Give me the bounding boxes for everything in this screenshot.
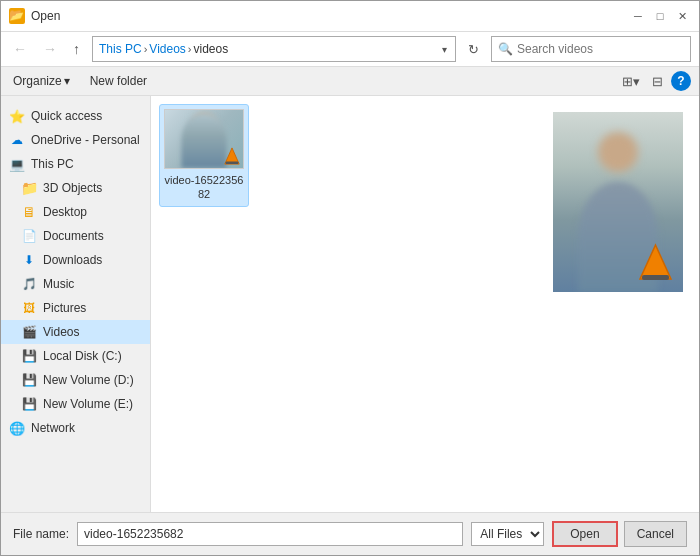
search-input[interactable] [517, 42, 684, 56]
sidebar-item-network[interactable]: 🌐 Network [1, 416, 150, 440]
star-icon: ⭐ [9, 108, 25, 124]
window-icon: 📂 [9, 8, 25, 24]
preview-area [553, 112, 683, 292]
minimize-button[interactable]: ─ [629, 7, 647, 25]
close-button[interactable]: ✕ [673, 7, 691, 25]
bottom-buttons: Open Cancel [552, 521, 687, 547]
bottom-bar: File name: All Files Open Cancel [1, 512, 699, 555]
window-title: Open [31, 9, 60, 23]
sidebar-label-3d-objects: 3D Objects [43, 181, 102, 195]
filename-label: File name: [13, 527, 69, 541]
cancel-button[interactable]: Cancel [624, 521, 687, 547]
sidebar-item-desktop[interactable]: 🖥 Desktop [1, 200, 150, 224]
address-sep-2: › [188, 43, 192, 55]
folder-icon-desktop: 🖥 [21, 204, 37, 220]
view-arrow: ▾ [633, 74, 640, 89]
sidebar-label-downloads: Downloads [43, 253, 102, 267]
sidebar-label-desktop: Desktop [43, 205, 87, 219]
pane-button[interactable]: ⊟ [648, 72, 667, 91]
organize-label: Organize [13, 74, 62, 88]
filetype-dropdown[interactable]: All Files [471, 522, 544, 546]
address-dropdown-button[interactable]: ▾ [440, 44, 449, 55]
search-icon: 🔍 [498, 42, 513, 56]
sidebar-item-3d-objects[interactable]: 📁 3D Objects [1, 176, 150, 200]
back-button[interactable]: ← [9, 39, 31, 59]
cloud-icon: ☁ [9, 132, 25, 148]
sidebar-label-local-disk-c: Local Disk (C:) [43, 349, 122, 363]
preview-figure-head [598, 132, 638, 172]
view-button[interactable]: ⊞ ▾ [618, 72, 644, 91]
svg-rect-1 [226, 161, 239, 164]
video-folder-icon: 🎬 [21, 324, 37, 340]
sidebar-label-music: Music [43, 277, 74, 291]
drive-icon-c: 💾 [21, 348, 37, 364]
sidebar-label-pictures: Pictures [43, 301, 86, 315]
svg-rect-3 [642, 275, 669, 280]
sidebar-item-pictures[interactable]: 🖼 Pictures [1, 296, 150, 320]
folder-icon-3dobjects: 📁 [21, 180, 37, 196]
address-sep-1: › [144, 43, 148, 55]
svg-marker-2 [640, 245, 671, 279]
download-icon: ⬇ [21, 252, 37, 268]
sidebar: ⭐ Quick access ☁ OneDrive - Personal 💻 T… [1, 96, 151, 512]
address-parts: This PC › Videos › videos [99, 42, 436, 56]
search-bar[interactable]: 🔍 [491, 36, 691, 62]
network-icon: 🌐 [9, 420, 25, 436]
drive-icon-d: 💾 [21, 372, 37, 388]
sidebar-item-new-volume-e[interactable]: 💾 New Volume (E:) [1, 392, 150, 416]
sidebar-item-documents[interactable]: 📄 Documents [1, 224, 150, 248]
preview-image [553, 112, 683, 292]
sidebar-item-new-volume-d[interactable]: 💾 New Volume (D:) [1, 368, 150, 392]
sidebar-label-documents: Documents [43, 229, 104, 243]
sidebar-item-downloads[interactable]: ⬇ Downloads [1, 248, 150, 272]
window-controls: ─ □ ✕ [629, 7, 691, 25]
sidebar-label-this-pc: This PC [31, 157, 74, 171]
sidebar-item-videos[interactable]: 🎬 Videos [1, 320, 150, 344]
drive-icon-e: 💾 [21, 396, 37, 412]
pane-icon: ⊟ [652, 74, 663, 89]
file-name: video-1652235682 [164, 173, 244, 202]
refresh-button[interactable]: ↻ [464, 42, 483, 57]
sidebar-item-music[interactable]: 🎵 Music [1, 272, 150, 296]
preview-vlc-icon [638, 242, 673, 282]
sidebar-label-videos: Videos [43, 325, 79, 339]
open-dialog: 📂 Open ─ □ ✕ ← → ↑ This PC › Videos › vi… [0, 0, 700, 556]
view-icon: ⊞ [622, 74, 633, 89]
new-folder-button[interactable]: New folder [82, 72, 155, 90]
address-part-thispc[interactable]: This PC [99, 42, 142, 56]
sidebar-label-new-volume-d: New Volume (D:) [43, 373, 134, 387]
sidebar-label-onedrive: OneDrive - Personal [31, 133, 140, 147]
sidebar-label-new-volume-e: New Volume (E:) [43, 397, 133, 411]
filename-input[interactable] [77, 522, 463, 546]
thumbnail-image [165, 110, 243, 168]
address-bar[interactable]: This PC › Videos › videos ▾ [92, 36, 456, 62]
up-button[interactable]: ↑ [69, 39, 84, 59]
toolbar-right: ⊞ ▾ ⊟ ? [618, 71, 691, 91]
folder-icon-documents: 📄 [21, 228, 37, 244]
sidebar-item-quick-access[interactable]: ⭐ Quick access [1, 104, 150, 128]
forward-button[interactable]: → [39, 39, 61, 59]
sidebar-label-network: Network [31, 421, 75, 435]
figure-body [182, 113, 227, 168]
pictures-icon: 🖼 [21, 300, 37, 316]
title-bar-left: 📂 Open [9, 8, 60, 24]
sidebar-item-local-disk-c[interactable]: 💾 Local Disk (C:) [1, 344, 150, 368]
sidebar-item-this-pc[interactable]: 💻 This PC [1, 152, 150, 176]
sidebar-item-onedrive[interactable]: ☁ OneDrive - Personal [1, 128, 150, 152]
address-part-current: videos [194, 42, 229, 56]
title-bar: 📂 Open ─ □ ✕ [1, 1, 699, 32]
address-toolbar: ← → ↑ This PC › Videos › videos ▾ ↻ 🔍 [1, 32, 699, 67]
organize-arrow: ▾ [64, 74, 70, 88]
music-icon: 🎵 [21, 276, 37, 292]
file-area: video-1652235682 [151, 96, 699, 512]
sidebar-label-quick-access: Quick access [31, 109, 102, 123]
address-part-videos[interactable]: Videos [149, 42, 185, 56]
main-content: ⭐ Quick access ☁ OneDrive - Personal 💻 T… [1, 96, 699, 512]
maximize-button[interactable]: □ [651, 7, 669, 25]
vlc-cone-icon [223, 146, 241, 166]
open-button[interactable]: Open [552, 521, 617, 547]
organize-button[interactable]: Organize ▾ [9, 72, 74, 90]
list-item[interactable]: video-1652235682 [159, 104, 249, 207]
computer-icon: 💻 [9, 156, 25, 172]
help-button[interactable]: ? [671, 71, 691, 91]
